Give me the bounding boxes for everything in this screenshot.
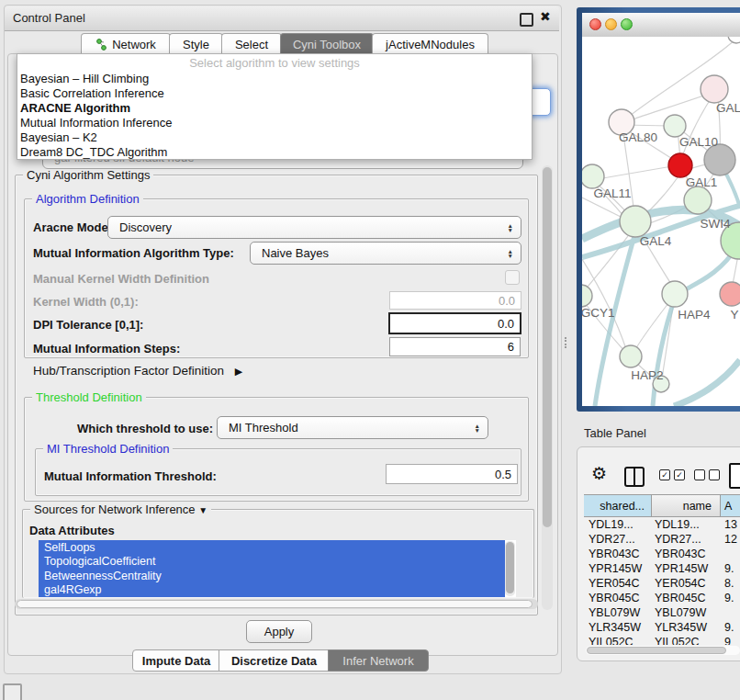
tab-discretize-data[interactable]: Discretize Data [219,649,330,672]
mi-type-combo[interactable]: Naive Bayes ▲ ▼ [250,242,521,265]
mi-steps-field[interactable]: 6 [389,337,521,356]
sources-title-text: Sources for Network Inference [34,502,196,516]
network-node[interactable] [664,115,686,137]
cell-name: YBL079W [652,606,721,619]
table-row[interactable]: YIL052C YIL052C 9 [584,635,740,645]
columns-icon[interactable] [624,467,645,487]
cell-shared-name: YBR043C [584,548,652,560]
minimize-traffic-light-icon[interactable] [605,18,617,30]
close-traffic-light-icon[interactable] [589,18,601,30]
table-row[interactable]: YPR145W YPR145W 9. [584,561,740,576]
attribute-item[interactable]: SelfLoops [39,540,505,555]
settings-vertical-scrollbar-thumb[interactable] [543,167,552,527]
table-horizontal-scrollbar[interactable] [586,646,740,655]
app-root: { "control_panel": { "title": "Control P… [0,0,740,700]
hub-definition-disclosure[interactable]: Hub/Transcription Factor Definition ▶ [33,364,242,378]
dpi-tolerance-label: DPI Tolerance [0,1]: [33,318,143,332]
tab-discretize-data-label: Discretize Data [231,654,317,668]
network-node[interactable] [582,285,592,307]
node-table: shared... name A YDL19... YDL19... 13 YD… [584,494,740,645]
disclosure-down-icon[interactable]: ▼ [198,505,207,515]
network-node[interactable] [662,281,688,307]
mi-type-value: Naive Bayes [262,246,329,260]
tab-network[interactable]: Network [81,33,171,54]
tab-style-label: Style [183,38,209,51]
float-window-icon[interactable] [520,13,533,27]
sources-group-title: Sources for Network Inference ▼ [30,502,211,516]
dpi-tolerance-field[interactable]: 0.0 [388,312,521,334]
tab-select[interactable]: Select [221,33,282,54]
table-row[interactable]: YDL19... YDL19... 13 [584,517,740,532]
network-node[interactable] [620,345,642,367]
manual-kernel-checkbox[interactable] [505,270,520,285]
stepper-down-icon: ▼ [475,428,480,433]
settings-horizontal-scrollbar[interactable] [15,599,538,609]
which-threshold-label: Which threshold to use: [77,422,213,435]
table-row[interactable]: YBR045C YBR045C 9. [584,591,740,605]
mi-steps-label: Mutual Information Steps: [33,342,180,356]
table-row[interactable]: YBL079W YBL079W [584,605,740,620]
which-threshold-value: MI Threshold [229,421,298,435]
table-row[interactable]: YBR043C YBR043C [584,547,740,561]
manual-kernel-label: Manual Kernel Width Definition [33,272,209,286]
zoom-traffic-light-icon[interactable] [621,18,633,30]
list-vertical-scrollbar-thumb[interactable] [506,542,514,593]
cell-value: 8. [721,577,740,590]
table-row[interactable]: YER054C YER054C 8. [584,576,740,591]
attribute-item[interactable]: gal4RGexp [39,583,505,598]
select-all-checkboxes-icon[interactable]: ✓ ✓ [659,469,685,480]
tab-jactivemnodules[interactable]: jActiveMNodules [372,33,488,54]
mi-steps-value: 6 [508,340,514,354]
settings-vertical-scrollbar[interactable] [542,165,553,610]
dropdown-item[interactable]: Bayesian – K2 [20,130,97,145]
kernel-width-field[interactable]: 0.0 [389,291,521,310]
network-node-selected[interactable] [668,153,692,177]
tab-infer-network[interactable]: Infer Network [328,649,429,672]
tab-cyni-toolbox-label: Cyni Toolbox [293,38,361,51]
deselect-all-checkboxes-icon[interactable] [694,469,720,480]
network-node[interactable] [701,75,728,103]
network-node[interactable] [728,37,740,43]
network-window-titlebar[interactable] [582,13,740,38]
column-header-shared[interactable]: shared... [584,495,652,516]
close-icon[interactable]: ✖ [540,9,551,24]
tab-impute-data[interactable]: Impute Data [132,649,220,672]
column-header-partial[interactable]: A [721,495,740,516]
table-row[interactable]: YDR27... YDR27... 12 [584,532,740,547]
mi-type-label: Mutual Information Algorithm Type: [33,246,234,260]
aracne-mode-combo[interactable]: Discovery ▲ ▼ [107,216,521,239]
settings-horizontal-scrollbar-thumb[interactable] [17,600,533,608]
document-icon[interactable] [729,463,740,489]
dropdown-item-selected[interactable]: ARACNE Algorithm [20,101,130,116]
table-row[interactable]: YLR345W YLR345W 9. [584,620,740,635]
minimized-panel-icon[interactable] [3,683,22,700]
network-node[interactable] [582,164,604,188]
mi-threshold-field[interactable]: 0.5 [386,464,518,484]
cell-value: 12 [721,533,740,546]
attribute-item[interactable]: TopologicalCoefficient [39,555,505,570]
column-header-name[interactable]: name [652,495,721,516]
dropdown-item[interactable]: Bayesian – Hill Climbing [20,72,149,86]
dropdown-item[interactable]: Mutual Information Inference [20,116,172,130]
algorithm-dropdown-popup: Select algorithm to view settings Bayesi… [17,53,533,160]
tab-network-label: Network [112,38,156,51]
data-attributes-list[interactable]: SelfLoops TopologicalCoefficient Between… [39,540,516,597]
network-node[interactable] [684,186,712,214]
list-vertical-scrollbar[interactable] [505,541,515,596]
gear-icon[interactable]: ⚙ [591,463,607,484]
apply-button[interactable]: Apply [246,620,312,643]
attribute-item[interactable]: BetweennessCentrality [39,569,505,583]
tab-cyni-toolbox[interactable]: Cyni Toolbox [280,33,374,54]
tab-style[interactable]: Style [169,33,223,54]
network-canvas[interactable]: GAL GAL80 GAL10 GAL1 GAL11 SWI4 GAL4 GCY… [582,37,740,406]
dpi-tolerance-value: 0.0 [498,317,514,331]
network-node[interactable] [720,282,740,306]
table-horizontal-scrollbar-thumb[interactable] [587,647,726,654]
panel-resize-grip[interactable] [565,337,570,348]
network-node[interactable] [704,144,735,175]
network-node[interactable] [620,206,651,237]
dropdown-item[interactable]: Basic Correlation Inference [20,86,164,101]
which-threshold-combo[interactable]: MI Threshold ▲ ▼ [217,416,488,439]
dropdown-item[interactable]: Dream8 DC_TDC Algorithm [20,145,167,160]
cyni-algorithm-settings-title: Cyni Algorithm Settings [23,168,153,182]
